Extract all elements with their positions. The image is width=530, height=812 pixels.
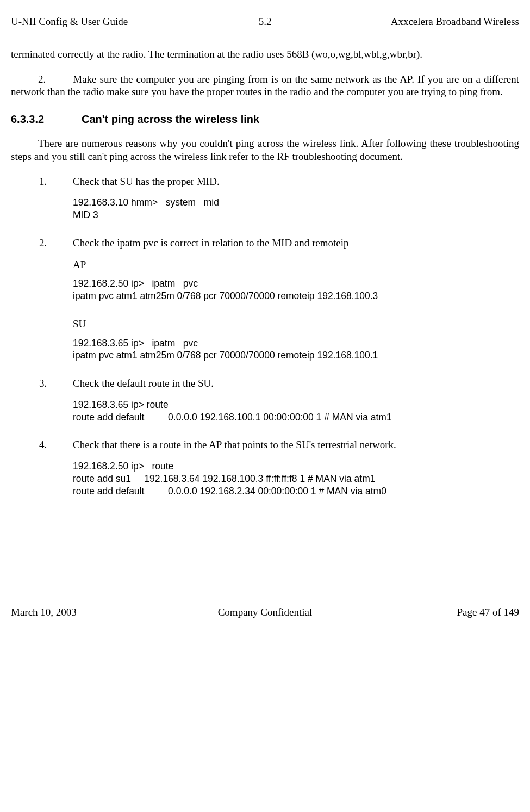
footer-right: Page 47 of 149: [350, 606, 519, 619]
step-3-code: 192.168.3.65 ip> route route add default…: [73, 399, 519, 424]
step-number: 3.: [39, 377, 73, 390]
step-number: 4.: [39, 438, 73, 451]
step-text: Check the ipatm pvc is correct in relati…: [73, 237, 349, 249]
step-text: Check the default route in the SU.: [73, 377, 214, 389]
section-title: Can't ping across the wireless link: [82, 113, 259, 125]
step-2-su-code: 192.168.3.65 ip> ipatm pvc ipatm pvc atm…: [73, 337, 519, 362]
section-number: 6.3.3.2: [11, 113, 82, 126]
section-intro: There are numerous reasons why you could…: [11, 137, 519, 163]
footer-center: Company Confidential: [180, 606, 350, 619]
step-3: 3.Check the default route in the SU.: [11, 377, 519, 390]
step-number: 2.: [39, 237, 73, 250]
step-1-code: 192.168.3.10 hmm> system mid MID 3: [73, 196, 519, 221]
step-number: 2.: [38, 73, 46, 85]
step-4-code: 192.168.2.50 ip> route route add su1 192…: [73, 460, 519, 497]
page-header: U-NII Config & User Guide 5.2 Axxcelera …: [11, 15, 519, 28]
step-4: 4.Check that there is a route in the AP …: [11, 438, 519, 451]
step-text: Make sure the computer you are pinging f…: [11, 73, 519, 98]
header-right: Axxcelera Broadband Wireless: [350, 15, 519, 28]
prev-step-2: 2.Make sure the computer you are pinging…: [11, 73, 519, 99]
step-2: 2.Check the ipatm pvc is correct in rela…: [11, 237, 519, 250]
footer-left: March 10, 2003: [11, 606, 180, 619]
step-1: 1.Check that SU has the proper MID.: [11, 175, 519, 188]
step-text: Check that SU has the proper MID.: [73, 176, 220, 187]
section-intro-text: There are numerous reasons why you could…: [11, 138, 519, 162]
step-text: Check that there is a route in the AP th…: [73, 439, 396, 450]
step-2-ap-label: AP: [73, 258, 519, 271]
intro-paragraph: terminated correctly at the radio. The t…: [11, 48, 519, 61]
header-left: U-NII Config & User Guide: [11, 15, 180, 28]
step-number: 1.: [39, 175, 73, 188]
page-footer: March 10, 2003 Company Confidential Page…: [11, 606, 519, 619]
section-heading: 6.3.3.2Can't ping across the wireless li…: [11, 113, 519, 126]
header-center: 5.2: [180, 15, 350, 28]
step-2-ap-code: 192.168.2.50 ip> ipatm pvc ipatm pvc atm…: [73, 277, 519, 302]
step-2-su-label: SU: [73, 318, 519, 331]
